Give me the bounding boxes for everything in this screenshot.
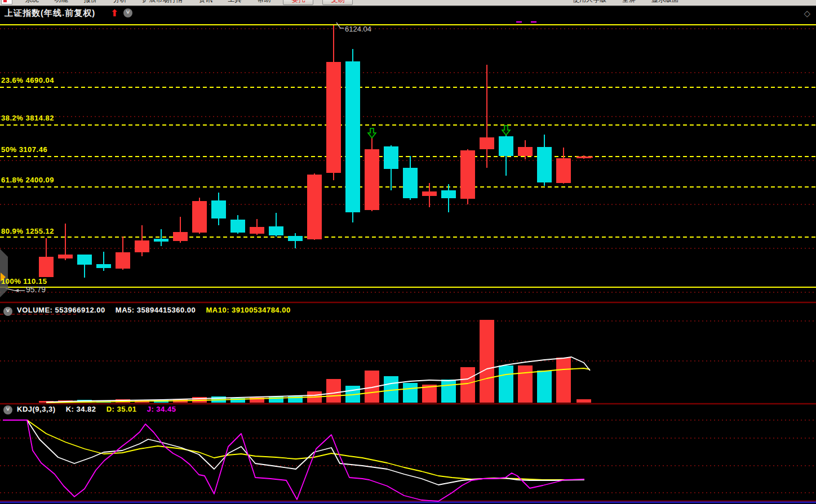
- candle-body: [230, 220, 245, 233]
- volume-bar: [326, 379, 341, 403]
- fib-label-5: 80.9% 1255.12: [1, 227, 54, 235]
- volume-bar: [441, 380, 456, 403]
- fib-label-3: 50% 3107.46: [1, 145, 47, 154]
- volume-header: VOLUME: 553966912.00 MA5: 35894415360.00…: [17, 306, 291, 314]
- candle-body: [269, 226, 283, 235]
- volume-bar: [288, 396, 303, 403]
- candle-body: [307, 175, 322, 239]
- kdj-d-line: [3, 420, 584, 480]
- volume-bar: [480, 320, 494, 403]
- candle-body: [250, 227, 264, 234]
- fib-label-2: 38.2% 3814.82: [1, 114, 54, 122]
- volume-collapse-icon[interactable]: ˅: [3, 307, 12, 316]
- volume-ma10: MA10: 39100534784.00: [206, 306, 290, 314]
- sell-mark-arrow-icon: [368, 128, 376, 138]
- kdj-k-line: [3, 420, 584, 485]
- candle-body: [384, 146, 398, 169]
- candle-body: [326, 62, 341, 173]
- candle-body: [422, 191, 437, 196]
- volume-bar: [460, 367, 475, 403]
- candle-body: [537, 147, 552, 182]
- sell-mark-arrow-icon: [502, 126, 510, 135]
- candle-body: [345, 61, 360, 212]
- candle-body: [39, 257, 54, 277]
- candle-body: [135, 240, 149, 252]
- candle-body: [77, 255, 92, 265]
- candle-body: [96, 264, 111, 268]
- kdj-name: KDJ(9,3,3): [17, 405, 56, 413]
- volume-bar: [403, 383, 418, 403]
- kdj-collapse-icon[interactable]: ˅: [3, 405, 12, 414]
- low-leader-line: [6, 288, 25, 291]
- candle-body: [403, 168, 418, 198]
- high-price-annotation: 6124.04: [345, 25, 371, 33]
- candle-body: [58, 255, 73, 258]
- volume-bar: [518, 365, 533, 403]
- kdj-j-line: [3, 420, 584, 501]
- candle-body: [518, 147, 533, 156]
- fib-label-4: 61.8% 2400.09: [1, 176, 54, 184]
- candle-body: [173, 232, 188, 241]
- candle-body: [499, 136, 513, 156]
- candle-body: [556, 158, 571, 183]
- kdj-header: KDJ(9,3,3) K: 34.82 D: 35.01 J: 34.45: [17, 405, 176, 413]
- volume-bar: [499, 365, 513, 403]
- low-arrowhead: [15, 289, 19, 292]
- candle-body: [116, 252, 130, 269]
- volume-bar: [556, 358, 571, 403]
- volume-value: VOLUME: 553966912.00: [17, 306, 105, 314]
- volume-ma5: MA5: 35894415360.00: [116, 306, 196, 314]
- candlestick-chart[interactable]: [0, 0, 816, 504]
- candle-body: [154, 239, 168, 242]
- candle-body: [192, 201, 207, 233]
- kdj-k-value: K: 34.82: [66, 405, 96, 413]
- volume-bar: [269, 396, 283, 403]
- kdj-d-value: D: 35.01: [107, 405, 137, 413]
- candle-body: [288, 236, 303, 241]
- fib-label-1: 23.6% 4690.04: [1, 76, 54, 84]
- candle-body: [441, 190, 456, 198]
- volume-bar: [576, 399, 591, 403]
- candle-body: [211, 200, 226, 218]
- fib-label-6: 100% 110.15: [1, 277, 47, 286]
- volume-bar: [537, 371, 552, 403]
- candle-body: [460, 150, 475, 199]
- trading-app-window: 系统功能报价分析扩展市场行情资讯工具帮助委托交易 使用大字版全屏显示版面 上证指…: [0, 0, 816, 504]
- kdj-j-value: J: 34.45: [147, 405, 176, 413]
- candle-body: [365, 149, 379, 210]
- low-price-annotation: 95.79: [26, 285, 46, 294]
- candle-body: [480, 137, 494, 149]
